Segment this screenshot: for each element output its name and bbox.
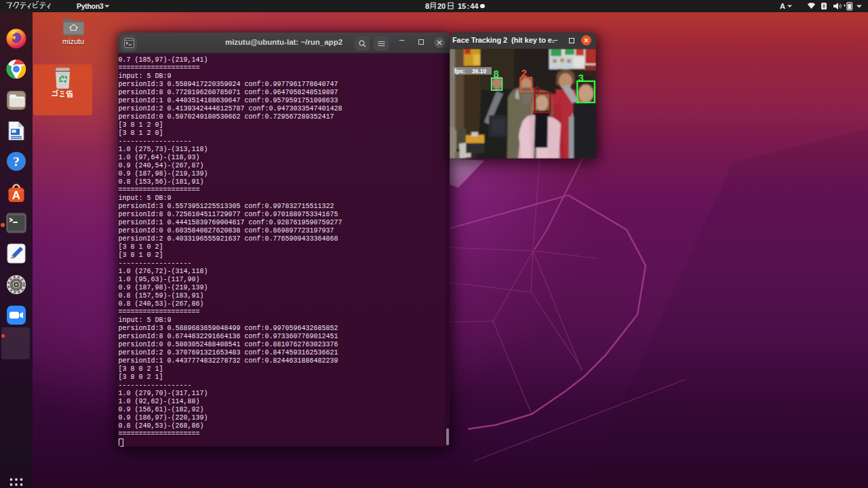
svg-text:36.10: 36.10	[472, 68, 487, 75]
svg-text:?: ?	[13, 155, 20, 169]
svg-text:A: A	[12, 189, 20, 202]
svg-text:8: 8	[494, 68, 499, 79]
svg-text:2: 2	[521, 67, 527, 79]
svg-text:3: 3	[578, 72, 584, 83]
svg-text:0: 0	[534, 83, 540, 95]
svg-text:fps:: fps:	[454, 68, 465, 75]
